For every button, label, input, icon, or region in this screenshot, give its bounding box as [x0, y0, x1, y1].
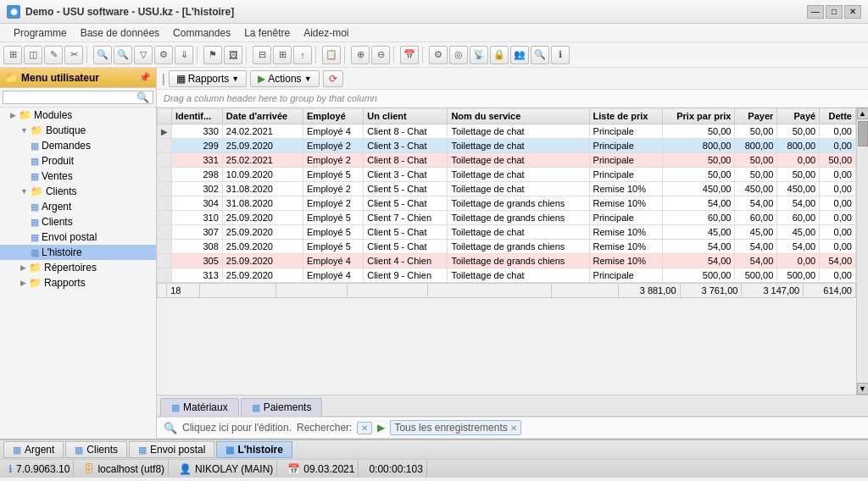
tb-btn-20[interactable]: ◎ [449, 46, 468, 64]
tb-btn-10[interactable]: ⚑ [203, 46, 222, 64]
cell-employe: Employé 4 [303, 254, 363, 268]
sidebar-pin-icon[interactable]: 📌 [139, 72, 151, 83]
cell-payer: 50,00 [735, 168, 777, 182]
sidebar-item-clients[interactable]: ▦ Clients [0, 214, 156, 229]
tb-btn-2[interactable]: ◫ [24, 46, 42, 64]
sidebar-item-repertoires[interactable]: ▶ 📁 Répertoires [0, 260, 156, 275]
tb-btn-19[interactable]: ⚙ [429, 46, 448, 64]
filter-close-1[interactable]: ✕ [361, 423, 368, 433]
bottom-tab-clients[interactable]: ▦ Clients [65, 441, 127, 458]
table-row[interactable]: 30825.09.2020Employé 5Client 5 - ChatToi… [158, 240, 856, 254]
sidebar-search-input[interactable] [3, 91, 153, 104]
menu-la-fenetre[interactable]: La fenêtre [237, 25, 297, 41]
sidebar-item-demandes[interactable]: ▦ Demandes [0, 138, 156, 153]
menu-programme[interactable]: Programme [7, 25, 74, 41]
scroll-down-arrow[interactable]: ▼ [857, 383, 869, 395]
table-row[interactable]: 29810.09.2020Employé 5Client 3 - ChatToi… [158, 168, 856, 182]
minimize-button[interactable]: — [807, 5, 824, 19]
vertical-scrollbar[interactable]: ▲ ▼ [856, 108, 868, 395]
sidebar-item-boutique[interactable]: ▼ 📁 Boutique [0, 123, 156, 138]
cell-paye: 50,00 [777, 124, 820, 139]
tab-paiements[interactable]: ▦ Paiements [241, 398, 323, 416]
rapports-button[interactable]: ▦ Rapports ▼ [169, 70, 248, 87]
tb-btn-5[interactable]: 🔍 [93, 46, 112, 64]
col-payer[interactable]: Payer [735, 108, 777, 124]
tb-btn-15[interactable]: 📋 [322, 46, 341, 64]
cell-employe: Employé 2 [303, 182, 363, 196]
tb-btn-4[interactable]: ✂ [64, 46, 83, 64]
tb-btn-9[interactable]: ⇓ [175, 46, 193, 64]
col-dette[interactable]: Dette [820, 108, 856, 124]
sidebar-title: Menu utilisateur [21, 72, 99, 84]
bottom-tab-lhistoire[interactable]: ▦ L'histoire [216, 441, 292, 458]
table-row[interactable]: ▶33024.02.2021Employé 4Client 8 - ChatTo… [158, 124, 856, 139]
col-liste[interactable]: Liste de prix [589, 108, 662, 124]
tb-btn-16[interactable]: ⊕ [351, 46, 370, 64]
tb-btn-18[interactable]: 📅 [400, 46, 419, 64]
search-icon[interactable]: 🔍 [136, 91, 149, 103]
menu-base-de-donnees[interactable]: Base de données [74, 25, 166, 41]
table-row[interactable]: 31025.09.2020Employé 5Client 7 - ChienTo… [158, 211, 856, 225]
refresh-button[interactable]: ⟳ [323, 70, 343, 87]
cell-liste: Remise 10% [589, 182, 662, 196]
tb-btn-25[interactable]: ℹ [551, 46, 570, 64]
tb-btn-14[interactable]: ↑ [293, 46, 312, 64]
tb-btn-7[interactable]: ▽ [134, 46, 153, 64]
table-row[interactable]: 30431.08.2020Employé 2Client 5 - ChatToi… [158, 196, 856, 211]
col-id[interactable]: Identif... [172, 108, 223, 124]
bottom-tab-lhistoire-label: L'histoire [237, 444, 283, 456]
col-client[interactable]: Un client [364, 108, 448, 124]
bottom-tab-envoi-postal[interactable]: ▦ Envoi postal [129, 441, 214, 458]
sidebar-item-ventes[interactable]: ▦ Ventes [0, 169, 156, 184]
cell-dette: 50,00 [820, 153, 856, 168]
bottom-tab-argent[interactable]: ▦ Argent [3, 441, 64, 458]
sidebar-item-modules[interactable]: ▶ 📁 Modules [0, 108, 156, 123]
col-prix[interactable]: Prix par prix [662, 108, 735, 124]
tb-btn-21[interactable]: 📡 [470, 46, 488, 64]
tb-btn-11[interactable]: 🖼 [224, 46, 242, 64]
sidebar-item-clients-folder[interactable]: ▼ 📁 Clients [0, 184, 156, 199]
sidebar-item-produit[interactable]: ▦ Produit [0, 153, 156, 169]
sidebar-item-lhistoire[interactable]: ▦ L'histoire [0, 245, 156, 260]
folder-icon: 📁 [31, 124, 43, 136]
scroll-thumb[interactable] [858, 121, 868, 147]
tb-btn-6[interactable]: 🔍 [114, 46, 132, 64]
close-button[interactable]: ✕ [844, 5, 861, 19]
col-service[interactable]: Nom du service [448, 108, 589, 124]
tb-btn-22[interactable]: 🔒 [490, 46, 509, 64]
actions-button[interactable]: ▶ Actions ▼ [250, 70, 319, 87]
sidebar-item-label: Ventes [42, 170, 73, 182]
maximize-button[interactable]: □ [826, 5, 843, 19]
col-paye[interactable]: Payé [777, 108, 820, 124]
col-date[interactable]: Date d'arrivée [222, 108, 303, 124]
table-row[interactable]: 30231.08.2020Employé 2Client 5 - ChatToi… [158, 182, 856, 196]
scroll-up-arrow[interactable]: ▲ [857, 108, 869, 119]
tb-btn-23[interactable]: 👥 [510, 46, 529, 64]
table-row[interactable]: 30525.09.2020Employé 4Client 4 - ChienTo… [158, 254, 856, 268]
table-row[interactable]: 31325.09.2020Employé 4Client 9 - ChienTo… [158, 268, 856, 283]
table-row[interactable]: 30725.09.2020Employé 5Client 5 - ChatToi… [158, 225, 856, 240]
tb-btn-24[interactable]: 🔍 [531, 46, 549, 64]
table-row[interactable]: 33125.02.2021Employé 2Client 8 - ChatToi… [158, 153, 856, 168]
sidebar-item-argent[interactable]: ▦ Argent [0, 199, 156, 214]
cell-paye: 54,00 [777, 196, 820, 211]
page-icon: ▦ [31, 232, 39, 243]
tb-btn-1[interactable]: ⊞ [3, 46, 22, 64]
tb-btn-8[interactable]: ⚙ [154, 46, 173, 64]
tb-btn-12[interactable]: ⊟ [253, 46, 271, 64]
search-icon-small: 🔍 [164, 422, 177, 434]
menu-aidez-moi[interactable]: Aidez-moi [297, 25, 355, 41]
status-time: 0:00:00:103 [365, 460, 426, 478]
filter-close-2[interactable]: ✕ [510, 423, 517, 433]
sidebar-item-rapports-folder[interactable]: ▶ 📁 Rapports [0, 275, 156, 290]
tb-btn-17[interactable]: ⊖ [371, 46, 390, 64]
col-employe[interactable]: Employé [303, 108, 363, 124]
menu-commandes[interactable]: Commandes [166, 25, 237, 41]
tb-btn-13[interactable]: ⊞ [273, 46, 292, 64]
tab-materiaux[interactable]: ▦ Matériaux [160, 398, 239, 416]
sidebar-item-envoi-postal[interactable]: ▦ Envoi postal [0, 229, 156, 245]
tb-btn-3[interactable]: ✎ [44, 46, 63, 64]
cell-dette: 0,00 [820, 139, 856, 153]
filter-search-label: Rechercher: [297, 422, 352, 434]
table-row[interactable]: 29925.09.2020Employé 2Client 3 - ChatToi… [158, 139, 856, 153]
